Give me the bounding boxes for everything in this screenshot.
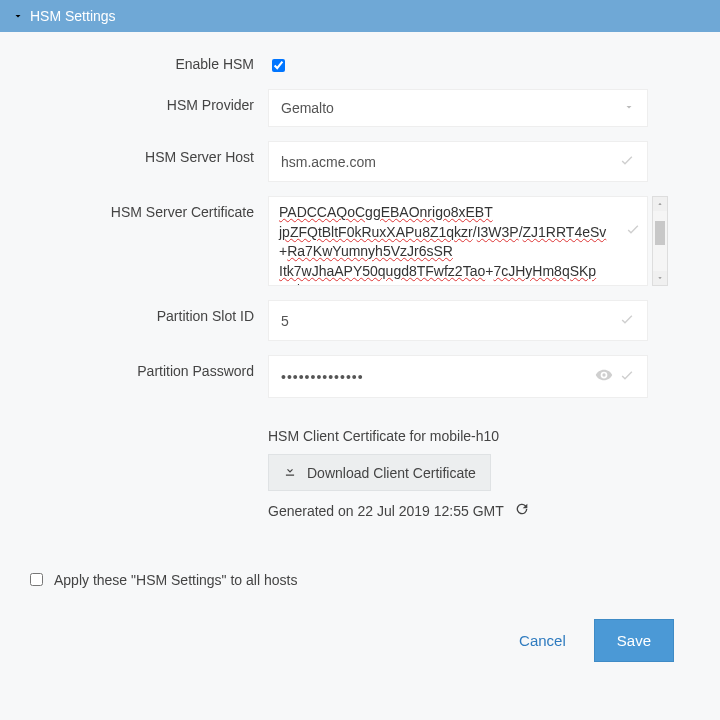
refresh-icon[interactable]: [514, 501, 530, 520]
check-icon: [619, 152, 635, 171]
cert-line: jpZFQtBltF0kRuxXAPu8Z1qkzr: [279, 224, 473, 240]
scroll-up-icon[interactable]: [653, 197, 667, 211]
apply-all-checkbox[interactable]: [30, 573, 43, 586]
download-client-cert-button[interactable]: Download Client Certificate: [268, 454, 491, 491]
hsm-provider-select[interactable]: Gemalto: [268, 89, 648, 127]
chevron-down-icon: [12, 10, 24, 22]
eye-icon[interactable]: [595, 366, 619, 387]
row-enable-hsm: Enable HSM: [18, 56, 702, 75]
row-hsm-provider: HSM Provider Gemalto: [18, 89, 702, 127]
label-hsm-server-cert: HSM Server Certificate: [18, 196, 268, 220]
cert-line: Ra7KwYumnyh5VzJr6sSR: [287, 243, 453, 259]
cert-line: Itk7wJhaAPY50qugd8TFwfz2Tao: [279, 263, 485, 279]
cert-line: PADCCAQoCggEBAOnrigo8xEBT: [279, 204, 493, 220]
hsm-server-cert-textarea[interactable]: PADCCAQoCggEBAOnrigo8xEBT jpZFQtBltF0kRu…: [268, 196, 648, 286]
svg-point-0: [602, 373, 605, 376]
hsm-server-host-input[interactable]: hsm.acme.com: [268, 141, 648, 182]
label-enable-hsm: Enable HSM: [18, 56, 268, 72]
scroll-down-icon[interactable]: [653, 271, 667, 285]
scroll-track[interactable]: [653, 211, 667, 271]
cert-line: ZJ1RRT4eSv: [523, 224, 607, 240]
footer: Cancel Save: [18, 589, 702, 662]
label-hsm-server-host: HSM Server Host: [18, 141, 268, 165]
cert-line: 7cJHyHm8qSKp: [493, 263, 596, 279]
partition-password-input[interactable]: ••••••••••••••: [268, 355, 648, 398]
client-cert-block: HSM Client Certificate for mobile-h10 Do…: [268, 428, 702, 520]
row-partition-password: Partition Password ••••••••••••••: [18, 355, 702, 398]
enable-hsm-checkbox[interactable]: [272, 59, 285, 72]
label-hsm-provider: HSM Provider: [18, 89, 268, 113]
row-hsm-server-host: HSM Server Host hsm.acme.com: [18, 141, 702, 182]
download-icon: [283, 464, 297, 481]
check-icon: [619, 367, 635, 386]
hsm-settings-panel: HSM Settings Enable HSM HSM Provider Gem…: [0, 0, 720, 672]
row-hsm-server-cert: HSM Server Certificate PADCCAQoCggEBAOnr…: [18, 196, 702, 286]
row-partition-slot-id: Partition Slot ID 5: [18, 300, 702, 341]
client-cert-title: HSM Client Certificate for mobile-h10: [268, 428, 702, 444]
label-partition-password: Partition Password: [18, 355, 268, 379]
label-partition-slot-id: Partition Slot ID: [18, 300, 268, 324]
panel-title: HSM Settings: [30, 8, 116, 24]
partition-slot-id-value: 5: [281, 313, 619, 329]
check-icon: [625, 221, 641, 243]
generated-text: Generated on 22 Jul 2019 12:55 GMT: [268, 503, 504, 519]
cert-line: sA/LQ7tnD1FgHM76m7oM+0r4: [279, 282, 476, 286]
check-icon: [619, 311, 635, 330]
apply-all-row: Apply these "HSM Settings" to all hosts: [26, 570, 702, 589]
hsm-server-host-value: hsm.acme.com: [281, 154, 619, 170]
cert-line: I3W3P: [477, 224, 519, 240]
cert-scrollbar[interactable]: [652, 196, 668, 286]
scroll-thumb[interactable]: [655, 221, 665, 245]
partition-password-value: ••••••••••••••: [281, 369, 595, 385]
partition-slot-id-input[interactable]: 5: [268, 300, 648, 341]
caret-down-icon: [623, 100, 635, 116]
cancel-button[interactable]: Cancel: [519, 632, 566, 649]
panel-header[interactable]: HSM Settings: [0, 0, 720, 32]
hsm-provider-value: Gemalto: [281, 100, 334, 116]
download-client-cert-label: Download Client Certificate: [307, 465, 476, 481]
save-button[interactable]: Save: [594, 619, 674, 662]
apply-all-label: Apply these "HSM Settings" to all hosts: [54, 572, 297, 588]
